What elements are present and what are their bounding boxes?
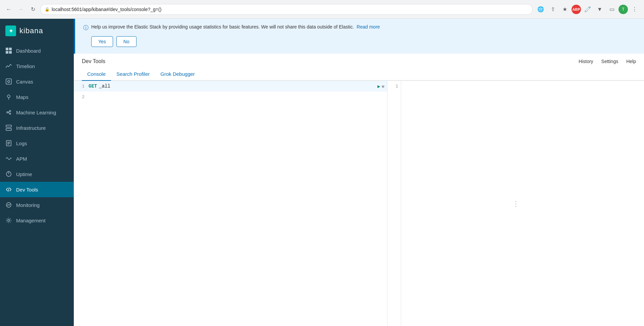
tabs: Console Search Profiler Grok Debugger xyxy=(74,67,644,81)
sidebar-item-label: Infrastructure xyxy=(16,125,46,131)
uptime-icon xyxy=(5,171,12,177)
svg-line-22 xyxy=(8,187,9,192)
reload-button[interactable]: ↻ xyxy=(28,5,38,14)
monitoring-icon xyxy=(5,202,12,208)
banner-buttons: Yes No xyxy=(83,36,636,47)
canvas-icon xyxy=(5,78,12,85)
logs-icon xyxy=(5,140,12,147)
svg-point-8 xyxy=(7,112,8,113)
sidebar-item-label: Machine Learning xyxy=(16,110,56,115)
run-button[interactable]: ▶ xyxy=(377,84,380,89)
download-button[interactable]: ▼ xyxy=(594,4,605,15)
sidebar-item-canvas[interactable]: Canvas xyxy=(0,74,74,89)
sidebar-item-maps[interactable]: Maps xyxy=(0,89,74,105)
tab-search-profiler[interactable]: Search Profiler xyxy=(111,67,155,81)
sidebar-logo[interactable]: ✦ kibana xyxy=(0,19,74,43)
page-title: Dev Tools xyxy=(82,58,105,64)
banner-message: Help us improve the Elastic Stack by pro… xyxy=(91,24,354,30)
cast-button[interactable]: ▭ xyxy=(606,4,617,15)
tab-grok-debugger[interactable]: Grok Debugger xyxy=(155,67,200,81)
maps-icon xyxy=(5,94,12,100)
sidebar-item-apm[interactable]: APM xyxy=(0,151,74,166)
main-content: ⓘ Help us improve the Elastic Stack by p… xyxy=(74,19,644,326)
sidebar-item-label: Uptime xyxy=(16,171,32,177)
vertical-divider xyxy=(401,81,401,326)
sidebar-item-logs[interactable]: Logs xyxy=(0,135,74,151)
adblock-button[interactable]: ABP xyxy=(572,5,581,14)
machine-learning-icon xyxy=(5,109,12,116)
output-line-numbers: 1 xyxy=(387,81,401,92)
sidebar: ✦ kibana Dashboard Timelion Canvas xyxy=(0,19,74,326)
sidebar-item-label: Management xyxy=(16,218,46,223)
no-button[interactable]: No xyxy=(116,36,137,47)
devtools-actions: History Settings Help xyxy=(579,59,636,64)
browser-chrome: ← → ↻ 🔒 localhost:5601/app/kibana#/dev_t… xyxy=(0,0,644,19)
history-link[interactable]: History xyxy=(579,59,593,64)
profile-avatar[interactable]: T xyxy=(619,5,628,14)
kibana-icon: ✦ xyxy=(5,25,16,36)
info-icon: ⓘ xyxy=(83,24,89,32)
translate-button[interactable]: 🌐 xyxy=(535,4,546,15)
sidebar-item-timelion[interactable]: Timelion xyxy=(0,58,74,74)
timelion-icon xyxy=(5,63,12,69)
svg-rect-1 xyxy=(9,48,12,50)
url-text: localhost:5601/app/kibana#/dev_tools/con… xyxy=(52,7,161,12)
line-number-1: 1 xyxy=(76,84,85,89)
svg-rect-3 xyxy=(9,51,12,54)
svg-point-9 xyxy=(9,110,11,112)
sidebar-item-label: Canvas xyxy=(16,79,33,85)
app-layout: ✦ kibana Dashboard Timelion Canvas xyxy=(0,19,644,326)
sidebar-item-label: Timelion xyxy=(16,63,35,69)
devtools-header: Dev Tools History Settings Help xyxy=(74,54,644,64)
sidebar-item-monitoring[interactable]: Monitoring xyxy=(0,197,74,213)
extensions-button[interactable]: 🧷 xyxy=(582,4,593,15)
svg-point-5 xyxy=(8,80,10,83)
svg-rect-13 xyxy=(6,125,11,127)
forward-button[interactable]: → xyxy=(16,5,25,14)
three-dots-menu[interactable]: ⋮ xyxy=(513,200,519,208)
telemetry-banner: ⓘ Help us improve the Elastic Stack by p… xyxy=(74,19,644,54)
yes-button[interactable]: Yes xyxy=(91,36,113,47)
sidebar-item-infrastructure[interactable]: Infrastructure xyxy=(0,120,74,135)
settings-link[interactable]: Settings xyxy=(601,59,619,64)
banner-text: ⓘ Help us improve the Elastic Stack by p… xyxy=(83,24,636,32)
read-more-link[interactable]: Read more xyxy=(357,24,380,30)
tab-console[interactable]: Console xyxy=(82,67,111,81)
console-input-pane[interactable]: 1 GET _all ▶ ⚒ 2 xyxy=(74,81,387,326)
svg-rect-14 xyxy=(6,128,11,130)
svg-point-10 xyxy=(9,113,11,114)
svg-point-24 xyxy=(8,219,10,221)
line-content-1: GET _all xyxy=(89,84,377,89)
management-icon xyxy=(5,217,12,224)
sidebar-item-label: Logs xyxy=(16,141,27,146)
kibana-wordmark: kibana xyxy=(19,26,43,35)
wrench-button[interactable]: ⚒ xyxy=(382,84,384,89)
console-line-2[interactable]: 2 xyxy=(74,92,387,102)
infrastructure-icon xyxy=(5,124,12,131)
sidebar-item-machine-learning[interactable]: Machine Learning xyxy=(0,105,74,120)
bookmark-button[interactable]: ★ xyxy=(559,4,570,15)
help-link[interactable]: Help xyxy=(626,59,636,64)
address-bar[interactable]: 🔒 localhost:5601/app/kibana#/dev_tools/c… xyxy=(40,4,533,15)
sidebar-item-label: Dev Tools xyxy=(16,187,38,193)
output-line-1: 1 xyxy=(390,81,398,92)
sidebar-item-label: Maps xyxy=(16,94,29,100)
console-line-1[interactable]: 1 GET _all ▶ ⚒ xyxy=(74,81,387,92)
sidebar-item-label: APM xyxy=(16,156,27,162)
sidebar-item-dashboard[interactable]: Dashboard xyxy=(0,43,74,58)
back-button[interactable]: ← xyxy=(4,5,13,14)
console-output-pane: 1 ⋮ xyxy=(387,81,644,326)
svg-rect-0 xyxy=(6,48,8,50)
dev-tools-icon xyxy=(5,186,12,193)
sidebar-item-uptime[interactable]: Uptime xyxy=(0,166,74,182)
endpoint: _all xyxy=(99,84,110,89)
dashboard-icon xyxy=(5,47,12,54)
line-number-2: 2 xyxy=(76,95,85,100)
browser-actions: 🌐 ⇧ ★ ABP 🧷 ▼ ▭ T ⋮ xyxy=(535,4,640,15)
sidebar-item-dev-tools[interactable]: Dev Tools xyxy=(0,182,74,197)
menu-button[interactable]: ⋮ xyxy=(629,4,640,15)
sidebar-item-management[interactable]: Management xyxy=(0,213,74,228)
console-area: 1 GET _all ▶ ⚒ 2 1 xyxy=(74,81,644,326)
svg-point-6 xyxy=(7,95,10,98)
share-button[interactable]: ⇧ xyxy=(547,4,558,15)
